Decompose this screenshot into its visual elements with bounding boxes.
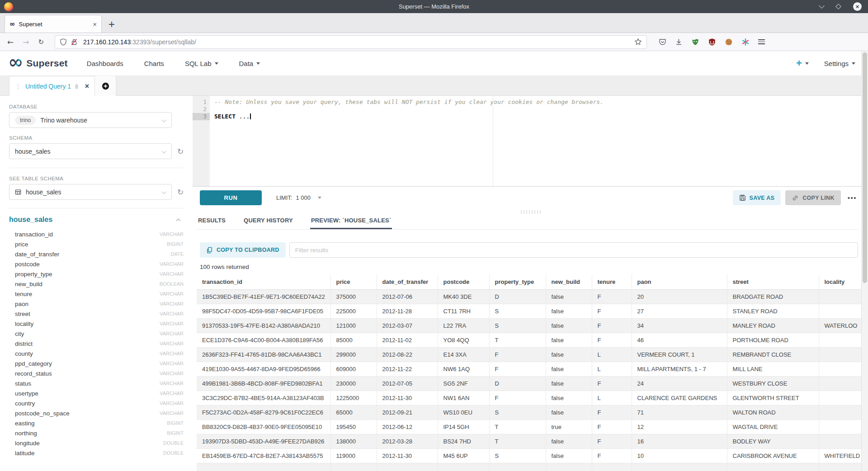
schema-select[interactable]: house_sales bbox=[9, 143, 172, 159]
nav-item-charts[interactable]: Charts bbox=[144, 60, 164, 67]
table-select[interactable]: house_sales bbox=[9, 184, 172, 200]
new-tab-button[interactable]: + bbox=[108, 20, 115, 28]
column-header-locality[interactable]: locality bbox=[819, 274, 868, 289]
column-row[interactable]: statusVARCHAR bbox=[9, 378, 184, 388]
window-maximize-icon[interactable] bbox=[835, 4, 841, 9]
pane-resizer[interactable] bbox=[193, 209, 868, 215]
page-scrollbar[interactable] bbox=[861, 51, 868, 471]
column-name: district bbox=[15, 340, 160, 347]
copy-link-button[interactable]: COPY LINK bbox=[785, 190, 841, 205]
result-tab-query-history[interactable]: QUERY HISTORY bbox=[243, 216, 294, 229]
column-row[interactable]: new_buildBOOLEAN bbox=[9, 279, 184, 289]
tab-close-icon[interactable]: × bbox=[93, 21, 97, 28]
nav-item-sql-lab[interactable]: SQL Lab bbox=[185, 60, 218, 67]
column-row[interactable]: transaction_idVARCHAR bbox=[9, 229, 184, 239]
column-row[interactable]: northingBIGINT bbox=[9, 428, 184, 438]
bookmark-star-icon[interactable] bbox=[634, 38, 642, 46]
column-row[interactable]: date_of_transferDATE bbox=[9, 249, 184, 259]
shield-permissions-icon[interactable] bbox=[60, 38, 67, 46]
column-row[interactable]: latitudeDOUBLE bbox=[9, 448, 184, 458]
table-cell: BRADGATE ROAD bbox=[727, 289, 819, 304]
column-row[interactable]: postcodeVARCHAR bbox=[9, 259, 184, 269]
column-row[interactable]: localityVARCHAR bbox=[9, 319, 184, 329]
column-type: VARCHAR bbox=[160, 291, 184, 297]
column-row[interactable]: postcode_no_spaceVARCHAR bbox=[9, 408, 184, 418]
settings-menu[interactable]: Settings bbox=[824, 60, 855, 67]
ublock-origin-icon[interactable] bbox=[708, 38, 716, 46]
column-row[interactable]: streetVARCHAR bbox=[9, 309, 184, 319]
column-row[interactable]: property_typeVARCHAR bbox=[9, 269, 184, 279]
column-row[interactable]: longitudeDOUBLE bbox=[9, 438, 184, 448]
cookie-extension-icon[interactable] bbox=[725, 38, 733, 46]
new-item-button[interactable]: + bbox=[796, 58, 809, 68]
reload-icon[interactable]: ↻ bbox=[38, 38, 44, 46]
superset-brand[interactable]: ∞ Superset bbox=[8, 58, 68, 69]
database-select[interactable]: trino Trino warehouse bbox=[9, 112, 172, 128]
table-schema-heading[interactable]: house_sales bbox=[9, 216, 52, 223]
column-row[interactable]: eastingBIGINT bbox=[9, 418, 184, 428]
downloads-icon[interactable] bbox=[675, 38, 683, 46]
column-name: status bbox=[15, 380, 160, 387]
nav-item-dashboards[interactable]: Dashboards bbox=[87, 60, 123, 67]
browser-tab[interactable]: ∞ Superset × bbox=[5, 15, 102, 33]
result-toolbar: COPY TO CLIPBOARD bbox=[200, 242, 858, 258]
column-name: property_type bbox=[15, 271, 160, 278]
back-icon[interactable]: ← bbox=[7, 38, 14, 47]
table-cell: false bbox=[546, 304, 592, 318]
query-tab-close-icon[interactable]: × bbox=[85, 82, 89, 90]
extension-green-mask-icon[interactable] bbox=[691, 38, 699, 46]
unsaved-status-dot bbox=[75, 84, 78, 89]
column-header-date_of_transfer[interactable]: date_of_transfer bbox=[377, 274, 438, 289]
column-header-new_build[interactable]: new_build bbox=[546, 274, 592, 289]
column-row[interactable]: districtVARCHAR bbox=[9, 339, 184, 349]
column-row[interactable]: cityVARCHAR bbox=[9, 329, 184, 339]
window-minimize-icon[interactable] bbox=[819, 3, 825, 9]
pocket-icon[interactable] bbox=[659, 38, 666, 46]
result-tab-results[interactable]: RESULTS bbox=[197, 216, 226, 229]
drag-handle-icon[interactable]: ⋮ bbox=[15, 83, 21, 90]
save-as-button[interactable]: SAVE AS bbox=[733, 190, 781, 205]
refresh-schema-icon[interactable]: ↻ bbox=[177, 147, 184, 156]
more-options-button[interactable]: ••• bbox=[848, 194, 857, 202]
column-header-street[interactable]: street bbox=[727, 274, 819, 289]
add-query-tab-button[interactable] bbox=[95, 76, 116, 96]
url-bar[interactable]: 217.160.120.143:32393/superset/sqllab/ bbox=[55, 35, 647, 49]
column-row[interactable]: countyVARCHAR bbox=[9, 349, 184, 358]
table-row: 3C3C29DC-B7B2-4BE5-914A-A38123AF403B1225… bbox=[197, 391, 868, 405]
table-row: EB1459EB-67ED-47C8-B2E7-A38143AB55751190… bbox=[197, 448, 868, 463]
column-header-tenure[interactable]: tenure bbox=[592, 274, 632, 289]
menu-hamburger-icon[interactable] bbox=[758, 38, 765, 46]
refresh-table-icon[interactable]: ↻ bbox=[177, 188, 184, 197]
column-row[interactable]: countryVARCHAR bbox=[9, 398, 184, 408]
limit-control[interactable]: LIMIT: 1 000 bbox=[276, 194, 321, 201]
column-header-price[interactable]: price bbox=[330, 274, 377, 289]
column-header-property_type[interactable]: property_type bbox=[489, 274, 546, 289]
navbar-menu: DashboardsChartsSQL LabData bbox=[87, 60, 260, 67]
column-row[interactable]: paonVARCHAR bbox=[9, 299, 184, 309]
column-row[interactable]: tenureVARCHAR bbox=[9, 289, 184, 299]
run-button[interactable]: RUN bbox=[200, 190, 262, 205]
column-row[interactable]: priceBIGINT bbox=[9, 239, 184, 249]
copy-to-clipboard-button[interactable]: COPY TO CLIPBOARD bbox=[200, 242, 286, 258]
insecure-lock-icon[interactable] bbox=[71, 38, 78, 46]
column-header-paon[interactable]: paon bbox=[632, 274, 727, 289]
table-cell: 138000 bbox=[330, 434, 377, 448]
editor-code-area[interactable]: -- Note: Unless you save your query, the… bbox=[210, 96, 868, 186]
table-cell bbox=[819, 333, 868, 347]
filter-results-input[interactable] bbox=[289, 242, 858, 258]
column-header-postcode[interactable]: postcode bbox=[438, 274, 489, 289]
containers-extension-icon[interactable] bbox=[741, 38, 750, 46]
nav-item-data[interactable]: Data bbox=[239, 60, 260, 67]
scrollbar-thumb[interactable] bbox=[863, 52, 867, 283]
window-close-icon[interactable]: × bbox=[853, 2, 862, 11]
column-type: VARCHAR bbox=[160, 391, 184, 396]
url-text[interactable]: 217.160.120.143:32393/superset/sqllab/ bbox=[83, 38, 631, 46]
column-row[interactable]: usertypeVARCHAR bbox=[9, 388, 184, 398]
sql-editor[interactable]: 123 -- Note: Unless you save your query,… bbox=[193, 96, 868, 186]
result-tab-preview-house-sales[interactable]: PREVIEW: `HOUSE_SALES` bbox=[310, 216, 392, 229]
column-row[interactable]: record_statusVARCHAR bbox=[9, 368, 184, 378]
collapse-chevron-up-icon[interactable] bbox=[176, 219, 181, 223]
query-tab-active[interactable]: ⋮ Untitled Query 1 × bbox=[9, 76, 95, 96]
column-header-transaction_id[interactable]: transaction_id bbox=[197, 274, 330, 289]
column-row[interactable]: ppd_categoryVARCHAR bbox=[9, 358, 184, 368]
